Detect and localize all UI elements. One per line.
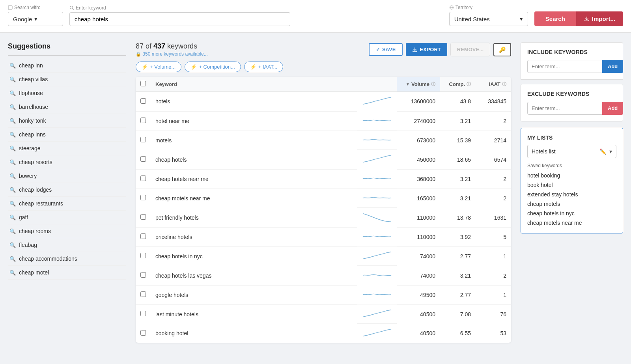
row-checkbox[interactable] xyxy=(140,311,146,316)
trend-cell xyxy=(357,304,397,324)
search-icon: 🔍 xyxy=(9,63,16,69)
row-checkbox[interactable] xyxy=(140,291,146,297)
sidebar-item[interactable]: 🔍cheap resorts xyxy=(8,155,126,169)
sidebar-item[interactable]: 🔍fleabag xyxy=(8,238,126,252)
th-comp[interactable]: Comp. ⓘ xyxy=(440,77,476,92)
th-iaat[interactable]: IAAT ⓘ xyxy=(476,77,511,92)
sidebar-item[interactable]: 🔍cheap motel xyxy=(8,266,126,280)
keywords-tbody: hotels1360000043.8334845hotel near me274… xyxy=(136,92,511,343)
edit-icon[interactable]: ✏️ xyxy=(599,148,606,155)
keyword-field: Enter keyword xyxy=(69,5,443,26)
my-lists-title: MY LISTS xyxy=(527,134,616,141)
row-checkbox[interactable] xyxy=(140,175,146,181)
saved-keyword-item: extended stay hotels xyxy=(527,190,616,198)
saved-keyword-item: cheap motels xyxy=(527,200,616,208)
row-checkbox[interactable] xyxy=(140,253,146,258)
sidebar-item[interactable]: 🔍cheap rooms xyxy=(8,224,126,238)
keyword-cell: cheap hotels near me xyxy=(151,169,357,189)
keyword-cell: cheap hotels in nyc xyxy=(151,246,357,266)
trend-cell xyxy=(357,324,397,343)
iaat-cell: 76 xyxy=(476,304,511,324)
filter-tag[interactable]: ⚡+ IAAT... xyxy=(244,62,284,72)
include-title: INCLUDE KEYWORDS xyxy=(527,49,616,55)
sidebar-item[interactable]: 🔍barrelhouse xyxy=(8,100,126,114)
search-icon: 🔍 xyxy=(9,187,16,193)
filter-tag[interactable]: ⚡+ Competition... xyxy=(185,62,241,72)
th-keyword[interactable]: Keyword xyxy=(151,77,357,92)
table-row: booking hotel405006.5553 xyxy=(136,324,511,343)
exclude-add-button[interactable]: Add xyxy=(602,102,623,115)
include-term-input[interactable] xyxy=(527,60,602,73)
iaat-cell: 2 xyxy=(476,266,511,285)
search-icon: 🔍 xyxy=(9,77,16,82)
iaat-info-icon[interactable]: ⓘ xyxy=(502,81,506,87)
search-icon: 🔍 xyxy=(9,256,16,262)
include-add-button[interactable]: Add xyxy=(602,60,623,73)
row-checkbox[interactable] xyxy=(140,330,146,336)
th-volume[interactable]: ▼ Volume ⓘ xyxy=(397,77,440,92)
saved-kw-title: Saved keywords xyxy=(527,163,616,168)
chevron-down-icon[interactable]: ▾ xyxy=(609,148,612,155)
keywords-actions: ✓ SAVE EXPORT REMOVE... 🔑 xyxy=(369,43,511,56)
row-checkbox[interactable] xyxy=(140,98,146,104)
table-row: cheap hotels in nyc740002.771 xyxy=(136,246,511,266)
sidebar-item[interactable]: 🔍steerage xyxy=(8,142,126,155)
search-icon: 🔍 xyxy=(9,173,16,179)
volume-cell: 110000 xyxy=(397,208,440,227)
keywords-count: 87 of 437 keywords xyxy=(136,42,208,50)
sidebar-item[interactable]: 🔍cheap villas xyxy=(8,73,126,86)
search-icon: 🔍 xyxy=(9,270,16,276)
sidebar-item[interactable]: 🔍cheap inn xyxy=(8,59,126,73)
row-checkbox[interactable] xyxy=(140,195,146,200)
filter-tag[interactable]: ⚡+ Volume... xyxy=(136,62,181,72)
available-msg: 🔒 350 more keywords available... xyxy=(136,51,208,57)
select-all-checkbox[interactable] xyxy=(140,81,146,86)
sidebar-item[interactable]: 🔍cheap accommodations xyxy=(8,252,126,266)
export-button[interactable]: EXPORT xyxy=(406,43,447,56)
sort-down-icon: ▼ xyxy=(406,82,410,86)
sidebar-item[interactable]: 🔍flophouse xyxy=(8,86,126,100)
search-icon: 🔍 xyxy=(9,215,16,220)
keyword-input[interactable] xyxy=(69,12,290,26)
search-icon: 🔍 xyxy=(9,146,16,151)
keyword-cell: booking hotel xyxy=(151,324,357,343)
row-checkbox[interactable] xyxy=(140,118,146,123)
sidebar-item[interactable]: 🔍cheap inns xyxy=(8,128,126,142)
volume-info-icon[interactable]: ⓘ xyxy=(431,81,435,87)
filter-icon: ⚡ xyxy=(250,64,256,70)
volume-cell: 40500 xyxy=(397,304,440,324)
list-selector[interactable]: Hotels list ✏️ ▾ xyxy=(527,145,616,158)
volume-cell: 40500 xyxy=(397,324,440,343)
save-button[interactable]: ✓ SAVE xyxy=(369,43,403,56)
volume-cell: 74000 xyxy=(397,266,440,285)
globe-icon xyxy=(449,5,454,10)
territory-select[interactable]: United States ▾ xyxy=(449,12,528,26)
row-checkbox[interactable] xyxy=(140,156,146,162)
iaat-cell: 1631 xyxy=(476,208,511,227)
search-icon: 🔍 xyxy=(9,132,16,138)
import-button[interactable]: Import... xyxy=(576,11,623,26)
my-lists-section: MY LISTS Hotels list ✏️ ▾ Saved keywords… xyxy=(521,128,623,233)
sidebar-item[interactable]: 🔍bowery xyxy=(8,169,126,183)
search-button[interactable]: Search xyxy=(534,11,576,26)
list-name: Hotels list xyxy=(532,148,556,155)
sidebar-item[interactable]: 🔍gaff xyxy=(8,211,126,224)
sidebar-item[interactable]: 🔍cheap restaurants xyxy=(8,197,126,211)
top-bar: Search with: Google ▾ Enter keyword Terr… xyxy=(0,0,631,33)
filter-icon: ⚡ xyxy=(190,64,197,70)
row-checkbox[interactable] xyxy=(140,272,146,278)
sidebar-item[interactable]: 🔍honky-tonk xyxy=(8,114,126,128)
sidebar-item[interactable]: 🔍cheap lodges xyxy=(8,183,126,197)
exclude-term-input[interactable] xyxy=(527,102,602,115)
row-checkbox[interactable] xyxy=(140,233,146,239)
search-icon: 🔍 xyxy=(9,118,16,124)
comp-info-icon[interactable]: ⓘ xyxy=(467,81,471,87)
keyword-cell: cheap hotels las vegas xyxy=(151,266,357,285)
row-checkbox[interactable] xyxy=(140,214,146,220)
trend-cell xyxy=(357,92,397,111)
row-checkbox[interactable] xyxy=(140,137,146,142)
search-with-select[interactable]: Google ▾ xyxy=(8,12,63,26)
key-button[interactable]: 🔑 xyxy=(493,43,511,56)
upload-icon xyxy=(584,16,590,22)
saved-keyword-item: cheap motels near me xyxy=(527,219,616,227)
